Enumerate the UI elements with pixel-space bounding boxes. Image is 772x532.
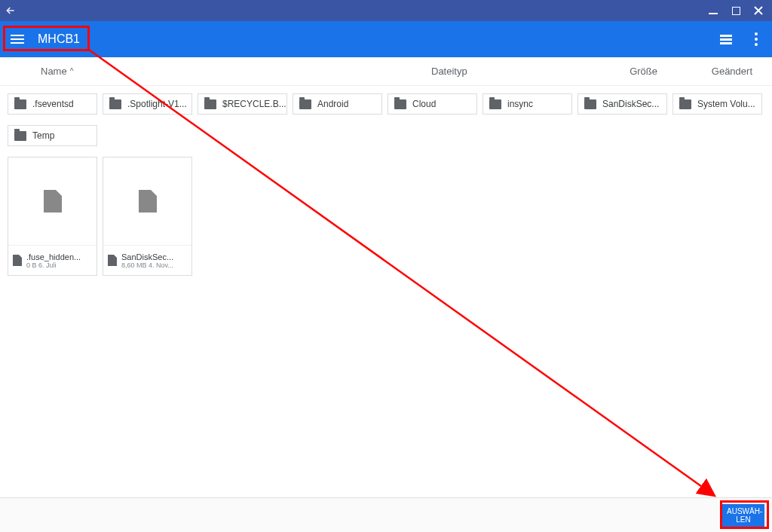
folder-icon [489,99,501,109]
column-headers: Name ^ Dateityp Größe Geändert [0,57,772,86]
svg-rect-0 [709,13,718,14]
folder-item[interactable]: Temp [8,125,97,146]
folder-item[interactable]: $RECYCLE.B... [198,93,287,115]
column-changed[interactable]: Geändert [657,66,763,77]
file-meta: 0 B 6. Juli [26,261,81,269]
close-icon[interactable] [752,5,764,17]
file-icon [13,255,22,266]
file-item[interactable]: SanDiskSec... 8,60 MB 4. Nov... [103,157,192,276]
folder-icon [14,99,26,109]
list-view-icon[interactable] [718,31,734,47]
column-type[interactable]: Dateityp [431,66,552,77]
file-name: SanDiskSec... [121,252,173,261]
app-header: MHCB1 [0,21,772,57]
folder-item[interactable]: SanDiskSec... [577,93,667,115]
folder-item[interactable]: Cloud [388,93,477,115]
file-icon [44,190,62,212]
folder-icon [584,99,596,109]
location-title: MHCB1 [38,32,80,46]
window-titlebar [0,0,772,21]
folder-icon [14,131,26,141]
more-vert-icon[interactable] [748,31,764,47]
select-button[interactable]: AUSWÄH-LEN [722,504,764,527]
folder-icon [299,99,311,109]
file-icon [139,190,157,212]
folder-item[interactable]: Android [293,93,382,115]
column-size[interactable]: Größe [552,66,657,77]
folder-icon [679,99,691,109]
folder-item[interactable]: insync [482,93,572,115]
minimize-icon[interactable] [707,5,719,17]
maximize-icon[interactable] [730,5,742,17]
folder-item[interactable]: System Volu... [672,93,762,115]
menu-icon[interactable] [11,35,24,44]
back-icon[interactable] [5,5,17,17]
folder-icon [109,99,121,109]
footer-bar: AUSWÄH-LEN [0,497,772,532]
file-name: .fuse_hidden... [26,252,81,261]
file-meta: 8,60 MB 4. Nov... [121,261,173,269]
column-name[interactable]: Name ^ [9,66,431,77]
folder-item[interactable]: .fseventsd [8,93,97,115]
folder-icon [204,99,216,109]
file-item[interactable]: .fuse_hidden... 0 B 6. Juli [8,157,97,276]
svg-rect-1 [732,7,740,15]
folder-icon [394,99,406,109]
folder-item[interactable]: .Spotlight-V1... [103,93,192,115]
sort-asc-icon: ^ [70,67,74,75]
file-icon [108,255,117,266]
file-grid: .fseventsd .Spotlight-V1... $RECYCLE.B..… [0,86,772,283]
